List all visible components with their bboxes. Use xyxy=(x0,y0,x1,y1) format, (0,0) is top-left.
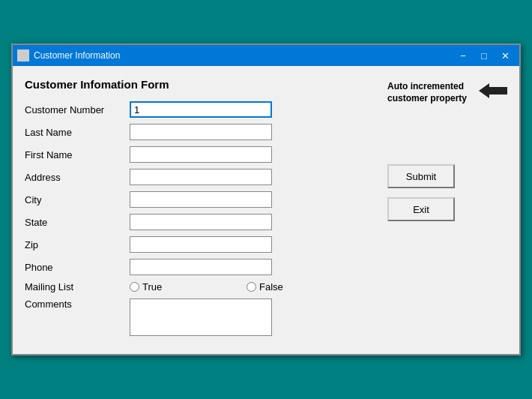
radio-false-text: False xyxy=(259,281,283,292)
address-row: Address xyxy=(25,169,375,185)
comments-label: Comments xyxy=(25,298,130,310)
phone-row: Phone xyxy=(25,259,375,275)
zip-input[interactable] xyxy=(130,236,272,253)
radio-false-label[interactable]: False xyxy=(247,281,351,292)
radio-true-input[interactable] xyxy=(130,282,139,292)
state-label: State xyxy=(25,217,130,228)
phone-input[interactable] xyxy=(130,259,272,275)
form-section: Customer Infomation Form Customer Number… xyxy=(25,78,375,342)
comments-input[interactable] xyxy=(130,298,272,336)
comments-row: Comments xyxy=(25,298,375,336)
mailing-list-label: Mailing List xyxy=(25,281,130,292)
exit-button[interactable]: Exit xyxy=(387,197,455,221)
close-button[interactable]: ✕ xyxy=(495,48,515,63)
last-name-input[interactable] xyxy=(130,124,272,140)
title-bar-controls: − □ ✕ xyxy=(453,48,515,63)
last-name-row: Last Name xyxy=(25,124,375,140)
last-name-label: Last Name xyxy=(25,127,130,138)
maximize-button[interactable]: □ xyxy=(474,48,494,63)
city-row: City xyxy=(25,191,375,208)
address-label: Address xyxy=(25,172,130,183)
customer-number-label: Customer Number xyxy=(25,104,130,116)
arrow-icon xyxy=(479,82,507,99)
customer-number-row: Customer Number xyxy=(25,101,375,118)
customer-number-input[interactable] xyxy=(130,101,272,118)
submit-button[interactable]: Submit xyxy=(387,164,455,188)
window-title: Customer Information xyxy=(34,50,449,61)
button-group: Submit Exit xyxy=(387,164,507,221)
arrow-note: Auto incremented customer property xyxy=(387,81,507,104)
city-label: City xyxy=(25,194,130,206)
svg-marker-0 xyxy=(479,83,507,98)
window-body: Customer Infomation Form Customer Number… xyxy=(13,66,519,354)
radio-false-input[interactable] xyxy=(247,282,256,292)
app-icon xyxy=(17,50,29,62)
mailing-list-row: Mailing List True False xyxy=(25,281,375,292)
zip-label: Zip xyxy=(25,239,130,250)
first-name-input[interactable] xyxy=(130,146,272,163)
note-text: Auto incremented customer property xyxy=(387,81,474,104)
city-input[interactable] xyxy=(130,191,272,208)
zip-row: Zip xyxy=(25,236,375,253)
right-section: Auto incremented customer property Submi… xyxy=(387,78,507,342)
form-heading: Customer Infomation Form xyxy=(25,78,375,91)
minimize-button[interactable]: − xyxy=(453,48,473,63)
first-name-label: First Name xyxy=(25,149,130,160)
first-name-row: First Name xyxy=(25,146,375,163)
address-input[interactable] xyxy=(130,169,272,185)
state-input[interactable] xyxy=(130,214,272,230)
state-row: State xyxy=(25,214,375,230)
mailing-list-radio-group: True False xyxy=(130,281,351,292)
main-window: Customer Information − □ ✕ Customer Info… xyxy=(11,44,521,356)
radio-true-text: True xyxy=(142,281,162,292)
title-bar: Customer Information − □ ✕ xyxy=(13,45,519,66)
radio-true-label[interactable]: True xyxy=(130,281,235,292)
phone-label: Phone xyxy=(25,262,130,273)
